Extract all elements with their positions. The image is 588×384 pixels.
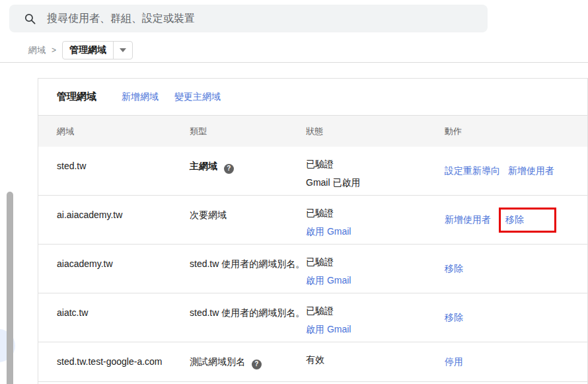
left-scrollbar[interactable] <box>7 192 13 384</box>
card-header: 管理網域 新增網域 變更主網域 <box>38 79 587 115</box>
actions-cell: 新增使用者移除 <box>445 196 587 244</box>
dropdown-divider <box>113 41 114 59</box>
manage-domains-card: 管理網域 新增網域 變更主網域 網域 類型 狀態 動作 sted.tw 主網域 … <box>38 78 588 384</box>
table-body: sted.tw 主網域 ? 已驗證 Gmail 已啟用 設定重新導向新增使用者 … <box>38 147 587 382</box>
status-line1: 有效 <box>306 350 445 369</box>
search-input[interactable] <box>47 13 478 24</box>
breadcrumb-domains-link[interactable]: 網域 <box>28 44 46 56</box>
table-row: sted.tw 主網域 ? 已驗證 Gmail 已啟用 設定重新導向新增使用者 <box>38 147 587 196</box>
type-label: 次要網域 <box>190 210 227 220</box>
type-label: 主網域 <box>190 161 217 171</box>
page-divider <box>0 62 588 63</box>
table-row: aiacademy.tw sted.tw 使用者的網域別名。 已驗證 啟用 Gm… <box>38 245 587 293</box>
table-header-row: 網域 類型 狀態 動作 <box>38 115 587 147</box>
type-label: sted.tw 使用者的網域別名。 <box>190 307 305 318</box>
manage-domains-dropdown[interactable]: 管理網域 <box>62 41 133 59</box>
status-action-link[interactable]: 啟用 Gmail <box>306 222 445 241</box>
card-title: 管理網域 <box>57 91 96 103</box>
breadcrumb-separator: > <box>52 46 56 55</box>
status-cell: 已驗證 啟用 Gmail <box>306 196 445 244</box>
type-label: sted.tw 使用者的網域別名。 <box>190 258 305 269</box>
column-header-actions: 動作 <box>445 116 587 147</box>
dropdown-label: 管理網域 <box>69 44 106 56</box>
action-link[interactable]: 移除 <box>505 214 524 226</box>
status-line1: 已驗證 <box>306 204 445 222</box>
domain-cell: sted.tw <box>57 147 190 195</box>
add-domain-link[interactable]: 新增網域 <box>122 91 159 103</box>
table-row: ai.aiacademy.tw 次要網域 已驗證 啟用 Gmail 新增使用者移… <box>38 196 587 245</box>
type-cell: 主網域 ? <box>190 147 306 195</box>
actions-cell: 移除 <box>445 293 587 342</box>
actions-cell: 設定重新導向新增使用者 <box>445 147 587 195</box>
domain-cell: aiatc.tw <box>57 293 190 342</box>
actions-cell: 停用 <box>445 342 587 381</box>
action-link[interactable]: 移除 <box>445 312 463 324</box>
domain-cell: ai.aiacademy.tw <box>57 196 190 244</box>
action-link[interactable]: 新增使用者 <box>508 165 554 177</box>
search-icon <box>24 13 36 25</box>
type-cell: sted.tw 使用者的網域別名。 <box>190 293 306 342</box>
help-icon[interactable]: ? <box>252 360 262 369</box>
change-primary-domain-link[interactable]: 變更主網域 <box>174 91 221 103</box>
column-header-type: 類型 <box>190 116 306 147</box>
highlight-box: 移除 <box>499 208 556 233</box>
chevron-down-icon <box>120 48 126 52</box>
status-cell: 已驗證 啟用 Gmail <box>306 245 445 293</box>
search-bar <box>9 5 488 32</box>
status-line1: 已驗證 <box>306 252 445 271</box>
action-link[interactable]: 設定重新導向 <box>445 165 500 177</box>
action-link[interactable]: 移除 <box>445 263 463 275</box>
status-cell: 有效 <box>306 342 445 381</box>
action-link[interactable]: 新增使用者 <box>445 214 491 226</box>
action-link[interactable]: 停用 <box>445 356 463 368</box>
domain-cell: sted.tw.test-google-a.com <box>57 342 190 381</box>
domain-cell: aiacademy.tw <box>57 245 190 293</box>
status-line2: Gmail 已啟用 <box>306 173 445 192</box>
actions-cell: 移除 <box>445 245 587 293</box>
type-cell: 次要網域 <box>190 196 306 244</box>
status-action-link[interactable]: 啟用 Gmail <box>306 320 445 338</box>
column-header-domain: 網域 <box>57 116 190 147</box>
status-line1: 已驗證 <box>306 155 445 173</box>
status-cell: 已驗證 Gmail 已啟用 <box>306 147 445 195</box>
type-label: 測試網域別名 <box>190 356 245 367</box>
column-header-status: 狀態 <box>306 116 445 147</box>
status-cell: 已驗證 啟用 Gmail <box>306 293 445 342</box>
table-row: aiatc.tw sted.tw 使用者的網域別名。 已驗證 啟用 Gmail … <box>38 293 587 342</box>
status-line1: 已驗證 <box>306 301 445 320</box>
breadcrumb: 網域 > 管理網域 <box>28 40 133 59</box>
type-cell: sted.tw 使用者的網域別名。 <box>190 245 306 293</box>
status-action-link[interactable]: 啟用 Gmail <box>306 271 445 289</box>
table-row: sted.tw.test-google-a.com 測試網域別名 ? 有效 停用 <box>38 342 587 382</box>
help-icon[interactable]: ? <box>224 164 234 174</box>
type-cell: 測試網域別名 ? <box>190 342 306 381</box>
